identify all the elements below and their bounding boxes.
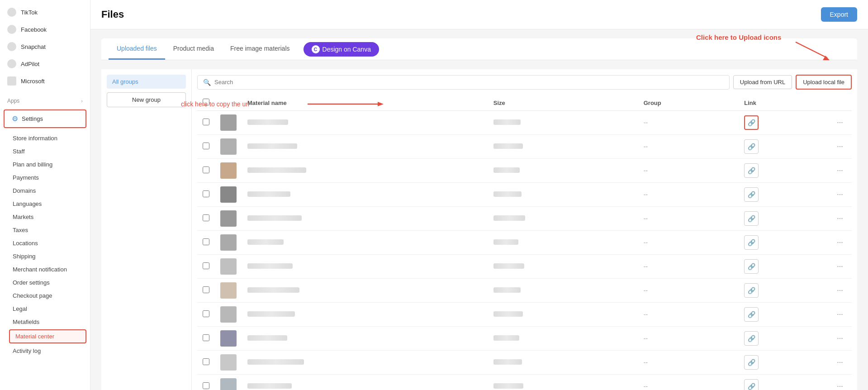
copy-link-button[interactable]: 🔗 [744, 379, 759, 390]
gear-icon: ⚙ [12, 114, 18, 123]
file-group: -- [644, 191, 648, 198]
sidebar-item-adpilot[interactable]: AdPilot [0, 55, 90, 72]
copy-link-button[interactable]: 🔗 [744, 331, 759, 346]
table-row: -- 🔗 ··· [197, 111, 852, 135]
table-row: -- 🔗 ··· [197, 159, 852, 183]
row-checkbox[interactable] [203, 358, 209, 365]
table-row: -- 🔗 ··· [197, 303, 852, 327]
row-checkbox[interactable] [203, 382, 209, 389]
copy-link-button[interactable]: 🔗 [744, 187, 759, 202]
file-name-blurred [247, 335, 287, 341]
sidebar-item-staff[interactable]: Staff [0, 145, 90, 158]
sidebar-item-metafields[interactable]: Metafields [0, 315, 90, 328]
row-checkbox[interactable] [203, 238, 209, 245]
tab-product-media[interactable]: Product media [165, 38, 222, 60]
settings-label: Settings [22, 115, 43, 122]
row-checkbox[interactable] [203, 119, 209, 125]
file-name-blurred [247, 383, 292, 389]
export-button[interactable]: Export [821, 7, 857, 22]
file-name-blurred [247, 167, 306, 173]
copy-link-button[interactable]: 🔗 [744, 235, 759, 250]
more-options-button[interactable]: ··· [834, 260, 846, 273]
files-panel: 🔍 Upload from URL Upload local file Mate… [192, 69, 857, 390]
file-group: -- [644, 335, 648, 342]
more-options-button[interactable]: ··· [834, 284, 846, 297]
sidebar-item-shipping[interactable]: Shipping [0, 250, 90, 263]
sidebar-item-payments[interactable]: Payments [0, 171, 90, 184]
row-checkbox[interactable] [203, 310, 209, 317]
upload-url-button[interactable]: Upload from URL [733, 75, 792, 89]
copy-link-button[interactable]: 🔗 [744, 211, 759, 226]
row-checkbox[interactable] [203, 334, 209, 341]
content-area: Uploaded files Product media Free image … [90, 29, 868, 390]
table-row: -- 🔗 ··· [197, 255, 852, 279]
file-group: -- [644, 119, 648, 126]
search-input[interactable] [214, 79, 724, 86]
more-options-button[interactable]: ··· [834, 236, 846, 249]
sidebar-item-store-information[interactable]: Store information [0, 132, 90, 145]
file-size-blurred [493, 215, 525, 221]
row-checkbox[interactable] [203, 190, 209, 197]
tab-free-image-materials[interactable]: Free image materials [222, 38, 298, 60]
sidebar-item-legal[interactable]: Legal [0, 302, 90, 315]
row-checkbox[interactable] [203, 214, 209, 221]
copy-link-button[interactable]: 🔗 [744, 115, 759, 130]
sidebar-item-order-settings[interactable]: Order settings [0, 276, 90, 289]
canva-button[interactable]: C Design on Canva [304, 42, 379, 57]
more-options-button[interactable]: ··· [834, 308, 846, 321]
row-checkbox[interactable] [203, 166, 209, 173]
row-checkbox[interactable] [203, 143, 209, 149]
file-thumbnail [220, 162, 237, 179]
sidebar-item-checkout-page[interactable]: Checkout page [0, 289, 90, 302]
search-upload-row: 🔍 Upload from URL Upload local file [197, 75, 852, 90]
sidebar-item-material-center[interactable]: Material center [9, 329, 86, 343]
row-checkbox[interactable] [203, 262, 209, 269]
copy-link-button[interactable]: 🔗 [744, 307, 759, 322]
table-row: -- 🔗 ··· [197, 231, 852, 255]
copy-link-button[interactable]: 🔗 [744, 259, 759, 274]
sidebar-item-snapchat[interactable]: Snapchat [0, 38, 90, 55]
sidebar-item-markets[interactable]: Markets [0, 210, 90, 224]
more-options-button[interactable]: ··· [834, 140, 846, 153]
upload-local-button[interactable]: Upload local file [796, 75, 852, 90]
tab-uploaded-files[interactable]: Uploaded files [109, 38, 165, 60]
file-name-blurred [247, 191, 290, 197]
copy-link-button[interactable]: 🔗 [744, 283, 759, 298]
sidebar-item-locations[interactable]: Locations [0, 237, 90, 250]
file-name-blurred [247, 311, 295, 317]
copy-link-button[interactable]: 🔗 [744, 355, 759, 370]
file-group: -- [644, 383, 648, 390]
more-options-button[interactable]: ··· [834, 356, 846, 369]
more-options-button[interactable]: ··· [834, 380, 846, 390]
sidebar-item-merchant-notification[interactable]: Merchant notification [0, 263, 90, 276]
file-name-blurred [247, 143, 297, 149]
sidebar-item-taxes[interactable]: Taxes [0, 224, 90, 237]
sidebar-item-microsoft[interactable]: Microsoft [0, 72, 90, 90]
settings-item[interactable]: ⚙ Settings [4, 109, 86, 128]
more-options-button[interactable]: ··· [834, 188, 846, 201]
file-group: -- [644, 263, 648, 270]
file-thumbnail [220, 306, 237, 323]
all-groups-item[interactable]: All groups [107, 75, 186, 89]
more-options-button[interactable]: ··· [834, 164, 846, 177]
copy-link-button[interactable]: 🔗 [744, 139, 759, 154]
copy-link-button[interactable]: 🔗 [744, 163, 759, 178]
sidebar-item-plan-billing[interactable]: Plan and billing [0, 158, 90, 171]
more-options-button[interactable]: ··· [834, 116, 846, 129]
file-group: -- [644, 239, 648, 246]
sidebar-item-facebook[interactable]: Facebook [0, 21, 90, 38]
tabs-row: Uploaded files Product media Free image … [101, 38, 857, 60]
table-row: -- 🔗 ··· [197, 327, 852, 351]
sidebar-item-activity-log[interactable]: Activity log [0, 344, 90, 357]
sidebar-item-domains[interactable]: Domains [0, 184, 90, 197]
select-all-checkbox[interactable] [203, 99, 209, 105]
more-options-button[interactable]: ··· [834, 212, 846, 225]
new-group-button[interactable]: New group [107, 92, 186, 107]
sidebar-item-tiktok[interactable]: TikTok [0, 4, 90, 21]
row-checkbox[interactable] [203, 286, 209, 293]
sidebar-label-facebook: Facebook [21, 26, 47, 33]
sidebar-item-languages[interactable]: Languages [0, 197, 90, 210]
col-link: Link [739, 95, 828, 111]
file-manager: All groups New group 🔍 Upload from URL U… [101, 69, 857, 390]
more-options-button[interactable]: ··· [834, 332, 846, 345]
